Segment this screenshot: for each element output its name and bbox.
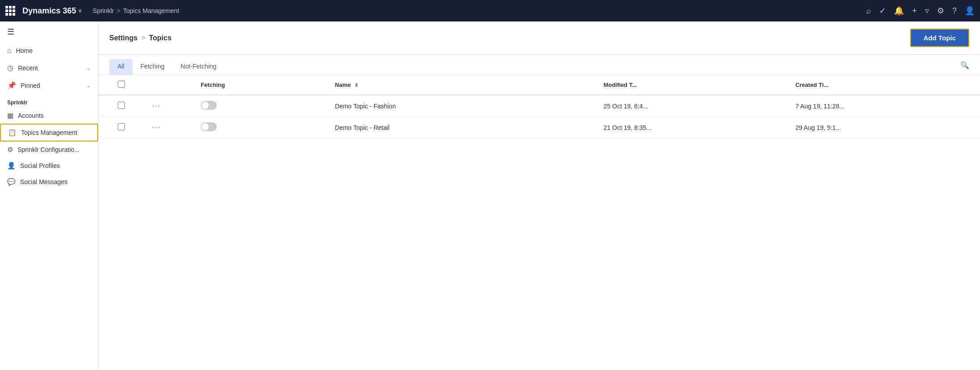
home-icon: ⌂	[7, 47, 12, 55]
sidebar-item-topics-management[interactable]: 📋 Topics Management	[0, 124, 98, 142]
sidebar-item-pinned[interactable]: 📌 Pinned ⌄	[0, 77, 98, 94]
content-breadcrumb: Settings > Topics	[109, 34, 172, 42]
tabs-row: All Fetching Not-Fetching 🔍	[99, 55, 980, 75]
row-modified-1: 21 Oct 19, 8:35...	[596, 117, 788, 138]
breadcrumb-sep1: >	[117, 7, 120, 14]
recent-chevron: ⌄	[86, 65, 91, 71]
row-actions-1[interactable]: ⋮	[145, 117, 193, 138]
topics-icon: 📋	[8, 129, 17, 137]
row-menu-icon-1[interactable]: ⋮	[151, 123, 161, 132]
fetching-toggle-0[interactable]	[201, 101, 217, 110]
sidebar-item-home[interactable]: ⌂ Home	[0, 42, 98, 59]
row-checkbox-cell	[99, 95, 145, 117]
tab-not-fetching[interactable]: Not-Fetching	[172, 59, 224, 75]
accounts-icon: ▦	[7, 112, 13, 120]
app-title-chevron: ∨	[78, 8, 82, 14]
bell-icon[interactable]: 🔔	[894, 6, 904, 16]
social-profiles-label: Social Profiles	[20, 162, 60, 169]
settings-icon[interactable]: ⚙	[937, 6, 944, 16]
row-modified-0: 25 Oct 19, 6:4...	[596, 95, 788, 117]
table-row: ⋮ Demo Topic - Fashion 25 Oct 19, 6:4...…	[99, 95, 980, 117]
sidebar-item-social-profiles[interactable]: 👤 Social Profiles	[0, 158, 98, 174]
pinned-label: Pinned	[21, 82, 40, 89]
table-row: ⋮ Demo Topic - Retail 21 Oct 19, 8:35...…	[99, 117, 980, 138]
sidebar-section-sprinklr: Sprinklr	[0, 94, 98, 108]
row-actions-0[interactable]: ⋮	[145, 95, 193, 117]
row-checkbox-0[interactable]	[118, 102, 125, 109]
th-name[interactable]: Name ⇕	[328, 75, 597, 95]
row-created-0: 7 Aug 19, 11:28...	[788, 95, 980, 117]
topics-management-label: Topics Management	[21, 129, 77, 136]
apps-grid-icon[interactable]	[5, 6, 15, 16]
breadcrumb-topics-management: Topics Management	[123, 7, 179, 14]
fetching-toggle-1[interactable]	[201, 122, 217, 131]
th-fetching: Fetching	[193, 75, 328, 95]
th-checkbox	[99, 75, 145, 95]
breadcrumb-settings: Settings	[109, 34, 138, 42]
plus-icon[interactable]: +	[912, 6, 917, 16]
topnav-right: ⌕ ✓ 🔔 + ▿ ⚙ ? 👤	[866, 6, 975, 16]
breadcrumb-sprinklr: Sprinklr	[93, 7, 114, 14]
tab-all[interactable]: All	[109, 59, 133, 75]
user-icon[interactable]: 👤	[965, 6, 975, 16]
content-header: Settings > Topics Add Topic	[99, 22, 980, 55]
check-circle-icon[interactable]: ✓	[879, 6, 886, 16]
topnav-left: Dynamics 365 ∨ Sprinklr > Topics Managem…	[5, 6, 866, 16]
topnav-breadcrumb: Sprinklr > Topics Management	[93, 7, 179, 14]
breadcrumb-content-sep: >	[141, 34, 145, 42]
sidebar-item-social-messages[interactable]: 💬 Social Messages	[0, 174, 98, 190]
hamburger-menu[interactable]: ☰	[0, 22, 98, 42]
sprinklr-config-icon: ⚙	[7, 146, 13, 154]
row-menu-icon-0[interactable]: ⋮	[151, 102, 161, 110]
add-topic-button[interactable]: Add Topic	[910, 29, 969, 47]
home-label: Home	[16, 47, 33, 54]
app-title-text: Dynamics 365	[22, 6, 76, 16]
topics-table: Fetching Name ⇕ Modified T... Created Ti…	[99, 75, 980, 138]
help-icon[interactable]: ?	[952, 6, 957, 16]
pinned-chevron: ⌄	[86, 82, 91, 89]
row-name-1: Demo Topic - Retail	[328, 117, 597, 138]
topics-table-container: Fetching Name ⇕ Modified T... Created Ti…	[99, 75, 980, 370]
th-name-label: Name	[335, 82, 351, 88]
tab-fetching[interactable]: Fetching	[133, 59, 173, 75]
sprinklr-config-label: Sprinklr Configuratio...	[17, 146, 80, 153]
filter-icon[interactable]: ▿	[925, 6, 929, 16]
main-layout: ☰ ⌂ Home ◷ Recent ⌄ 📌 Pinned ⌄ Sprinklr …	[0, 22, 980, 370]
th-actions	[145, 75, 193, 95]
recent-label: Recent	[18, 65, 38, 72]
search-icon[interactable]: ⌕	[866, 6, 871, 16]
sidebar-item-sprinklr-config[interactable]: ⚙ Sprinklr Configuratio...	[0, 142, 98, 158]
row-name-0: Demo Topic - Fashion	[328, 95, 597, 117]
top-navigation: Dynamics 365 ∨ Sprinklr > Topics Managem…	[0, 0, 980, 22]
breadcrumb-topics: Topics	[149, 34, 171, 42]
table-search-icon[interactable]: 🔍	[960, 61, 969, 73]
sidebar-item-recent[interactable]: ◷ Recent ⌄	[0, 59, 98, 77]
pinned-icon: 📌	[7, 81, 16, 90]
row-checkbox-1[interactable]	[118, 123, 125, 130]
recent-icon: ◷	[7, 64, 13, 72]
row-fetching-1	[193, 117, 328, 138]
sort-icon[interactable]: ⇕	[354, 82, 358, 88]
th-modified: Modified T...	[596, 75, 788, 95]
sidebar-item-accounts[interactable]: ▦ Accounts	[0, 108, 98, 124]
accounts-label: Accounts	[18, 112, 44, 119]
row-created-1: 29 Aug 19, 5:1...	[788, 117, 980, 138]
select-all-checkbox[interactable]	[118, 81, 125, 88]
sidebar: ☰ ⌂ Home ◷ Recent ⌄ 📌 Pinned ⌄ Sprinklr …	[0, 22, 99, 370]
social-profiles-icon: 👤	[7, 162, 16, 170]
th-created: Created Ti...	[788, 75, 980, 95]
content-area: Settings > Topics Add Topic All Fetching…	[99, 22, 980, 370]
social-messages-label: Social Messages	[20, 178, 68, 185]
row-checkbox-cell	[99, 117, 145, 138]
social-messages-icon: 💬	[7, 178, 16, 186]
app-title[interactable]: Dynamics 365 ∨	[22, 6, 82, 16]
row-fetching-0	[193, 95, 328, 117]
